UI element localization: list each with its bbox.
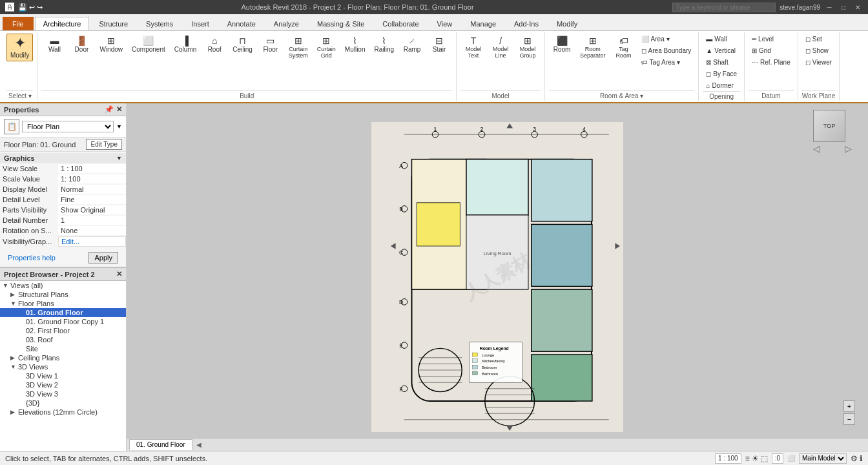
tab-analyze[interactable]: Analyze <box>265 17 307 30</box>
ribbon-btn-ref-plane[interactable]: ⋯ Ref. Plane <box>749 57 794 68</box>
tree-item-1[interactable]: Structural Plans <box>0 290 126 299</box>
ribbon-btn-set[interactable]: ◻ Set <box>802 34 835 45</box>
tree-item-12[interactable]: 3D View 3 <box>0 389 126 398</box>
ribbon-btn-area[interactable]: ⬜ Area ▾ <box>638 34 695 45</box>
search-input[interactable] <box>672 3 776 12</box>
ribbon-btn-shaft[interactable]: ⊠ Shaft <box>703 57 740 68</box>
ribbon-btn-curtain-grid[interactable]: ⊞ CurtainGrid <box>313 34 340 61</box>
tree-item-4[interactable]: 01. Ground Floor Copy 1 <box>0 317 126 326</box>
edit-type-button[interactable]: Edit Type <box>86 139 122 150</box>
tree-item-8[interactable]: Ceiling Plans <box>0 353 126 362</box>
tree-item-7[interactable]: Site <box>0 344 126 353</box>
zoom-out-button[interactable]: − <box>843 413 855 425</box>
ribbon-btn-ramp[interactable]: ⟋ Ramp <box>399 34 425 56</box>
ribbon-btn-by-face[interactable]: ◻ By Face <box>703 68 740 79</box>
ribbon-btn-roof[interactable]: ⌂ Roof <box>202 34 227 56</box>
nav-cube[interactable]: TOP ◁ ▷ <box>813 110 852 161</box>
tree-item-13[interactable]: {3D} <box>0 398 126 408</box>
ribbon-btn-modify[interactable]: ✦ Modify <box>6 34 33 61</box>
tree-item-9[interactable]: 3D Views <box>0 362 126 371</box>
graphics-section-header[interactable]: Graphics ▼ <box>0 153 126 163</box>
svg-text:4: 4 <box>583 126 586 132</box>
minimize-btn[interactable]: ─ <box>824 3 834 12</box>
tab-insert[interactable]: Insert <box>183 17 218 30</box>
maximize-btn[interactable]: □ <box>838 3 849 12</box>
ribbon-btn-area-boundary[interactable]: ◻ Area Boundary <box>638 45 695 56</box>
ribbon-btn-model-group[interactable]: ⊞ ModelGroup <box>515 34 541 61</box>
project-browser-close-icon[interactable]: ✕ <box>116 270 122 278</box>
ribbon-btn-tag-room[interactable]: 🏷 TagRoom <box>611 34 637 61</box>
ribbon-btn-railing[interactable]: ⌇ Railing <box>371 34 398 56</box>
zoom-in-button[interactable]: + <box>843 400 855 412</box>
tree-item-10[interactable]: 3D View 1 <box>0 371 126 380</box>
ribbon-btn-grid[interactable]: ⊞ Grid <box>749 45 794 56</box>
tab-addins[interactable]: Add-Ins <box>506 17 547 30</box>
status-icon-1[interactable]: ≡ <box>745 454 750 463</box>
tab-modify[interactable]: Modify <box>548 17 586 30</box>
floor-plan-dropdown[interactable]: Floor Plan <box>22 121 114 132</box>
tab-collaborate[interactable]: Collaborate <box>374 17 427 30</box>
properties-close-icon[interactable]: ✕ <box>116 105 122 114</box>
tab-structure[interactable]: Structure <box>90 17 136 30</box>
ribbon-btn-room-separator[interactable]: ⊞ RoomSeparator <box>576 34 610 61</box>
tab-view[interactable]: View <box>429 17 461 30</box>
apply-button[interactable]: Apply <box>88 252 118 264</box>
ribbon-btn-curtain-system[interactable]: ⊞ CurtainSystem <box>285 34 312 61</box>
nav-next-icon[interactable]: ▷ <box>845 143 852 154</box>
ribbon-btn-component[interactable]: ⬜ Component <box>128 34 169 56</box>
status-icon-3[interactable]: ⬚ <box>761 454 768 463</box>
status-worksets[interactable]: ⬜ <box>787 455 795 462</box>
ribbon-btn-wall[interactable]: ▬ Wall <box>41 34 67 56</box>
ribbon-btn-room[interactable]: ⬛ Room <box>549 34 575 56</box>
ribbon-btn-model-line[interactable]: / ModelLine <box>488 34 513 61</box>
ribbon-btn-door[interactable]: 🚪 Door <box>68 34 94 56</box>
tree-item-14[interactable]: Elevations (12mm Circle) <box>0 408 126 417</box>
ribbon-btn-vertical[interactable]: ▲ Vertical <box>703 45 740 56</box>
ribbon-btn-column[interactable]: ▐ Column <box>170 34 200 56</box>
area-boundary-icon: ◻ <box>641 47 646 54</box>
ribbon-btn-dormer[interactable]: ⌂ Dormer <box>703 80 740 91</box>
model-dropdown[interactable]: Main Model <box>799 453 847 464</box>
status-icon-2[interactable]: ☀ <box>752 454 759 463</box>
ribbon-btn-floor[interactable]: ▭ Floor <box>258 34 284 56</box>
properties-help-link[interactable]: Properties help <box>4 252 59 264</box>
ribbon-btn-window[interactable]: ⊞ Window <box>96 34 127 56</box>
settings-icon[interactable]: ⚙ <box>851 454 858 463</box>
scale-value-value: 1: 100 <box>58 174 126 183</box>
tree-item-5[interactable]: 02. First Floor <box>0 326 126 335</box>
ribbon-btn-wall-open[interactable]: ▬ Wall <box>703 34 740 45</box>
tree-label-1: Structural Plans <box>18 291 68 298</box>
nav-prev-icon[interactable]: ◁ <box>813 143 820 154</box>
tab-file[interactable]: File <box>3 17 34 30</box>
canvas-area[interactable]: 1 2 3 4 A B C D E F <box>127 103 868 451</box>
ribbon-btn-ceiling[interactable]: ⊓ Ceiling <box>229 34 256 56</box>
info-icon[interactable]: ℹ <box>860 454 863 463</box>
ribbon-btn-model-text[interactable]: T ModelText <box>460 34 486 61</box>
ribbon-btn-stair[interactable]: ⊟ Stair <box>426 34 452 56</box>
tree-item-6[interactable]: 03. Roof <box>0 335 126 344</box>
qa-btn2[interactable]: ↩ <box>29 3 35 12</box>
modify-icon: ✦ <box>14 36 26 50</box>
properties-pin-icon[interactable]: 📌 <box>105 105 114 114</box>
tree-item-3[interactable]: 01. Ground Floor <box>0 308 126 317</box>
browser-tree[interactable]: Views (all)Structural PlansFloor Plans01… <box>0 281 126 451</box>
tab-architecture[interactable]: Architecture <box>35 17 90 30</box>
tab-manage[interactable]: Manage <box>462 17 504 30</box>
ribbon-btn-tag-area[interactable]: 🏷 Tag Area ▾ <box>638 57 695 68</box>
ribbon-btn-mullion[interactable]: ⌇ Mullion <box>341 34 369 56</box>
tree-item-11[interactable]: 3D View 2 <box>0 380 126 389</box>
qa-btn[interactable]: 💾 <box>18 3 27 12</box>
tab-systems[interactable]: Systems <box>138 17 181 30</box>
ribbon-btn-level[interactable]: ═ Level <box>749 34 794 45</box>
visibility-value[interactable]: Edit... <box>58 236 126 247</box>
tree-item-2[interactable]: Floor Plans <box>0 299 126 308</box>
qa-btn3[interactable]: ↪ <box>37 3 43 12</box>
tab-massing[interactable]: Massing & Site <box>309 17 373 30</box>
scroll-left-icon[interactable]: ◀ <box>196 441 202 448</box>
close-btn[interactable]: ✕ <box>852 3 863 12</box>
ribbon-btn-show[interactable]: ◻ Show <box>802 45 835 56</box>
tab-annotate[interactable]: Annotate <box>219 17 264 30</box>
ribbon-btn-viewer[interactable]: ◻ Viewer <box>802 57 835 68</box>
tree-item-0[interactable]: Views (all) <box>0 281 126 290</box>
view-tab-ground-floor[interactable]: 01. Ground Floor <box>129 439 192 450</box>
